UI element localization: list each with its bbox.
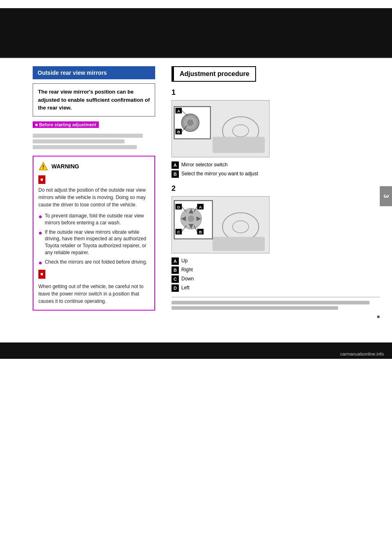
- svg-text:A: A: [199, 205, 202, 209]
- section-title-box: Outside rear view mirrors: [33, 66, 155, 79]
- step-2-labels: A Up B Right C Down D Left: [172, 257, 380, 292]
- step-2-badge-A: A: [172, 257, 179, 265]
- step-1-text-A: Mirror selector switch: [181, 161, 227, 168]
- bullet-dot-3: ●: [38, 259, 42, 266]
- step-2-svg: D A C B: [172, 197, 269, 253]
- main-content: Outside rear view mirrors The rear view …: [0, 58, 392, 334]
- right-column: Adjustment procedure 1: [163, 58, 392, 334]
- bullet-dot-1: ●: [38, 213, 42, 226]
- warning-bullet-text-1: To prevent damage, fold the outside rear…: [45, 213, 149, 226]
- warning-bullet-1: ● To prevent damage, fold the outside re…: [38, 213, 149, 226]
- warning-bullet-3: ● Check the mirrors are not folded befor…: [38, 259, 149, 266]
- step-1-label-B-row: B Select the mirror you want to adjust: [172, 170, 380, 178]
- step-1-diagram: A B: [172, 100, 270, 157]
- step-1-text-B: Select the mirror you want to adjust: [181, 170, 258, 177]
- svg-text:C: C: [177, 230, 180, 234]
- svg-text:D: D: [177, 205, 180, 209]
- step-2-label-C-row: C Down: [172, 275, 380, 283]
- left-column: Outside rear view mirrors The rear view …: [0, 58, 163, 334]
- svg-rect-5: [212, 137, 265, 153]
- step-2-label-B-row: B Right: [172, 266, 380, 274]
- step-2-badge-C: C: [172, 275, 179, 283]
- warning-icon: !: [38, 161, 48, 171]
- step-2-number: 2: [172, 184, 380, 193]
- adj-title-box: Adjustment procedure: [172, 66, 256, 82]
- svg-text:B: B: [199, 230, 202, 234]
- warning-bullet-text-2: If the outside rear view mirrors vibrate…: [45, 229, 149, 256]
- adj-title-text: Adjustment procedure: [180, 70, 249, 77]
- warning-text-2: When getting out of the vehicle, be care…: [38, 283, 149, 305]
- section-title-text: Outside rear view mirrors: [38, 69, 107, 76]
- svg-text:B: B: [177, 130, 180, 134]
- warning-text-1: Do not adjust the position of the outsid…: [38, 186, 149, 208]
- warning-section-2: ■ When getting out of the vehicle, be ca…: [38, 270, 149, 305]
- step-2-container: 2: [172, 184, 380, 320]
- svg-point-26: [188, 215, 194, 222]
- bottom-bar: carmanualsonline.info: [0, 342, 392, 359]
- step-2-text-A: Up: [181, 257, 187, 264]
- page-container: Outside rear view mirrors The rear view …: [0, 0, 392, 555]
- step-1-badge-A: A: [172, 161, 179, 169]
- step-2-text-B: Right: [181, 266, 193, 273]
- warning-bullet-2: ● If the outside rear view mirrors vibra…: [38, 229, 149, 256]
- svg-text:!: !: [42, 164, 44, 170]
- warning-red-label-1: ■: [38, 175, 45, 184]
- svg-rect-19: [212, 237, 265, 251]
- step-2-text-D: Left: [181, 284, 189, 291]
- warning-title: WARNING: [51, 163, 79, 170]
- bottom-logo: carmanualsonline.info: [340, 351, 384, 356]
- step-2-label-A-row: A Up: [172, 257, 380, 265]
- step-1-svg: A B: [172, 101, 269, 157]
- svg-text:A: A: [177, 109, 180, 113]
- warning-box: ! WARNING ■ Do not adjust the position o…: [33, 156, 155, 311]
- step-1-label-A-row: A Mirror selector switch: [172, 161, 380, 169]
- top-bar: [0, 8, 392, 57]
- warning-red-label-2: ■: [38, 270, 45, 279]
- step-1-badge-B: B: [172, 170, 179, 178]
- chapter-tab: 3: [380, 186, 392, 206]
- sub-section-text-block: [33, 134, 155, 149]
- step-1-labels: A Mirror selector switch B Select the mi…: [172, 161, 380, 178]
- page-number: ■: [172, 314, 380, 320]
- bullet-dot-2: ●: [38, 229, 42, 256]
- step-2-label-D-row: D Left: [172, 284, 380, 292]
- step-2-text-C: Down: [181, 275, 194, 282]
- note-box: [172, 297, 380, 310]
- svg-point-9: [187, 119, 194, 126]
- step-2-badge-B: B: [172, 266, 179, 274]
- step-2-badge-D: D: [172, 284, 179, 292]
- step-1-number: 1: [172, 88, 380, 97]
- sub-section-label: ■ Before starting adjustment: [33, 121, 99, 128]
- step-2-diagram: D A C B: [172, 196, 270, 253]
- warning-bullet-text-3: Check the mirrors are not folded before …: [45, 259, 147, 266]
- warning-content: ■ Do not adjust the position of the outs…: [38, 175, 149, 305]
- warning-header: ! WARNING: [38, 161, 149, 171]
- info-box: The rear view mirror's position can be a…: [33, 83, 155, 116]
- info-box-text: The rear view mirror's position can be a…: [38, 89, 150, 111]
- step-1-container: 1: [172, 88, 380, 178]
